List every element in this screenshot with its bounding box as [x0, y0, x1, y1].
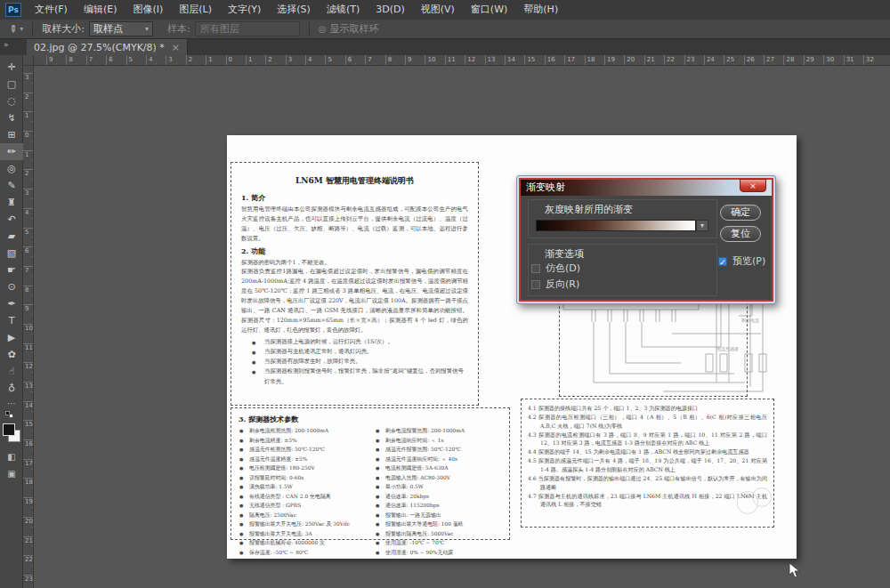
preview-checkbox[interactable]: ✓ [718, 257, 727, 266]
menu-item[interactable]: 选择(S) [269, 0, 319, 20]
bullet-item: 当探测器有故障发生时，故障灯常亮。 [241, 357, 468, 366]
eyedropper-tool[interactable]: ✏ [0, 143, 23, 160]
menu-item[interactable]: 帮助(H) [515, 0, 566, 20]
param-item: 电源输入范围: AC80-300V [375, 473, 502, 483]
section2-heading: 2. 功能 [241, 246, 468, 256]
param-item: 无线通信类型 : GPRS [239, 501, 366, 511]
divider [309, 22, 310, 36]
crop-tool[interactable]: ⊞ [0, 126, 23, 143]
preview-label: 预览(P) [732, 254, 765, 268]
magic-wand-tool[interactable]: ↯ [0, 109, 23, 126]
manual-title: LN6M 智慧用电管理终端说明书 [241, 175, 468, 187]
custom-shape-tool[interactable]: ✿ [0, 346, 23, 363]
menu-item[interactable]: 文件(F) [27, 0, 76, 20]
param-item: 剩余电流检测范围: 200-1000mA [239, 426, 366, 436]
move-tool[interactable]: ✛ [0, 59, 23, 76]
sample-size-dropdown[interactable]: 取样点 ▾ [89, 21, 153, 36]
menu-item[interactable]: 滤镜(T) [319, 0, 368, 20]
gradient-picker-caret[interactable]: ▾ [696, 220, 708, 231]
param-item: 有线通信类型 : CAN 2.0 光电隔离 [239, 492, 366, 502]
param-item: 满负载功率: 1.5W [239, 482, 366, 492]
led-bullet-list: 当探测器接上电源的时候，运行灯闪亮（1S/次）。当探测器与主机通讯正常时，通讯灯… [241, 337, 468, 387]
gradient-tool[interactable]: ▧ [0, 245, 23, 262]
marquee-tool[interactable]: ▢ [0, 76, 23, 93]
section2-text1: 探测器的密码为两个1，不能更改。 [241, 258, 468, 268]
tool-preset-picker[interactable]: ✏ ▾ [9, 23, 23, 35]
reverse-checkbox[interactable] [531, 280, 540, 289]
bullet-item: 当探测器与主机通讯正常时，通讯灯闪亮。 [241, 347, 468, 357]
history-brush-tool[interactable]: ↶ [0, 211, 23, 228]
params-right-column: 剩余电流报警范围: 200-1000mA剩余电流响应时间: ＜ 1s感温元件报警… [375, 426, 502, 557]
gradient-map-dialog: 渐变映射 × 灰度映射所用的渐变 ▾ 渐变选项 仿色(D) 反向(R) 确定 复… [516, 175, 776, 304]
default-colors-icon[interactable] [0, 409, 23, 420]
param-item: 通信速率: 20kbps [375, 492, 502, 502]
section4-list: 4.1 探测器的接线端口共有 25 个，端口 1、2、3 为探测器的电源接口4.… [528, 404, 767, 509]
menu-item[interactable]: 文字(Y) [220, 0, 269, 20]
menu-item[interactable]: 视图(V) [413, 0, 463, 20]
menu-item[interactable]: 窗口(W) [463, 0, 515, 20]
sample-label: 样本: [167, 22, 190, 36]
param-item: 报警输出最大导通电阻: 100 毫欧 [375, 520, 502, 529]
dialog-title-bar[interactable]: 渐变映射 [521, 180, 772, 196]
menu-item[interactable]: 编辑(E) [76, 0, 125, 20]
dither-checkbox-row[interactable]: 仿色(D) [531, 262, 580, 275]
type-tool[interactable]: T [0, 312, 23, 329]
document-tab[interactable]: 02.jpg @ 27.5%(CMYK/8) * × [27, 39, 188, 55]
brush-tool[interactable]: ✎ [0, 177, 23, 194]
param-item: 保存温度: -50℃ ~ 80℃ [239, 548, 366, 558]
clone-stamp-tool[interactable]: ♜ [0, 194, 23, 211]
gradient-options-label: 渐变选项 [545, 247, 584, 261]
section4-item: 4.2 探测器的电压检测端口（三相），端口 4（A 相）、5（B 相）、6(C … [528, 413, 767, 431]
show-sample-ring-checkbox: ◎ 显示取样环 [319, 22, 379, 36]
params-left-column: 剩余电流检测范围: 200-1000mA剩余电流精度: ±5%感温元件检测范围:… [239, 426, 366, 557]
intro-section: LN6M 智慧用电管理终端说明书 1. 简介 智慧用电管理终端由本公司探测器模块… [231, 162, 479, 406]
param-item: 使用湿度: 0% ~ 90%无结露 [375, 548, 502, 558]
color-swatches[interactable] [0, 422, 23, 448]
screen-mode-button[interactable]: ▣ [0, 465, 23, 482]
param-item: 电压检测阈定值: 180-250V [239, 463, 366, 473]
section4-item: 4.3 探测器的电流检测端口有 3 路，端口 8、9 对应第 1 路，端口 10… [528, 431, 767, 448]
bullet-item: 当探测器检测到报警信号时，报警灯常亮，除非按“返回”键复位，否则报警信号灯常亮。 [241, 366, 468, 386]
ruler-corner [23, 55, 34, 66]
preview-checkbox-row[interactable]: ✓ 预览(P) [718, 254, 765, 268]
param-item: 感温元件温度精度: ±5% [239, 455, 366, 464]
param-item: 感温元件温度响应时间: ＜ 40s [375, 455, 502, 464]
vertical-ruler: 3210123456789101112131415161718192021222… [23, 66, 34, 588]
dither-checkbox[interactable] [531, 264, 540, 273]
sample-size-label: 取样大小: [42, 22, 85, 36]
spot-healing-tool[interactable]: ◎ [0, 160, 23, 177]
quick-mask-button[interactable]: ◧ [0, 448, 23, 465]
eraser-tool[interactable]: ▰ [0, 228, 23, 245]
gradient-preview-bar[interactable] [536, 220, 696, 231]
hand-tool[interactable]: ☝ [0, 363, 23, 380]
zoom-tool[interactable]: ♁ [0, 380, 23, 397]
horizontal-ruler: 9876543210123456789101112131415161718192… [34, 55, 890, 66]
dialog-close-button[interactable]: × [740, 179, 766, 192]
menu-item[interactable]: 3D(D) [368, 0, 413, 20]
reset-button[interactable]: 复位 [720, 226, 761, 242]
mouse-cursor [789, 562, 801, 578]
menu-item[interactable]: 图像(I) [125, 0, 171, 20]
edit-toolbar-ellipsis[interactable]: ⋯ [0, 397, 23, 409]
foreground-color-swatch[interactable] [3, 423, 15, 436]
divider [32, 22, 33, 36]
param-item: 电流检测阈定值: 5A-630A [375, 463, 502, 473]
close-tab-icon[interactable]: × [172, 42, 180, 53]
reverse-checkbox-row[interactable]: 反向(R) [531, 278, 579, 291]
ok-button[interactable]: 确定 [720, 205, 761, 221]
smudge-tool[interactable]: ☛ [0, 262, 23, 278]
gradient-group-label: 灰度映射所用的渐变 [545, 203, 633, 216]
dither-label: 仿色(D) [546, 262, 580, 275]
section1-text: 智慧用电管理终端由本公司探测器模块与剩余电流互感器组成，可配接本公司生产的电气火… [241, 205, 468, 244]
pen-tool[interactable]: ✒ [0, 295, 23, 312]
menu-item[interactable]: 图层(L) [171, 0, 220, 20]
param-item: 报警输出最大开关电流: 3A [239, 529, 366, 539]
tools-panel: ✛▢◌↯⊞✏◎✎♜↶▰▧☛⊙✒T▶✿☝♁ ⋯ ◧ ▣ [0, 55, 23, 588]
param-item: 最小功率: 0.5W [375, 482, 502, 492]
section3-heading: 3. 探测器技术参数 [239, 415, 502, 424]
dodge-tool[interactable]: ⊙ [0, 278, 23, 295]
path-selection-tool[interactable]: ▶ [0, 329, 23, 346]
menu-bar: Ps 文件(F)编辑(E)图像(I)图层(L)文字(Y)选择(S)滤镜(T)3D… [0, 0, 890, 20]
collapse-toolbar-chevron[interactable]: » [4, 40, 9, 49]
lasso-tool[interactable]: ◌ [0, 93, 23, 109]
